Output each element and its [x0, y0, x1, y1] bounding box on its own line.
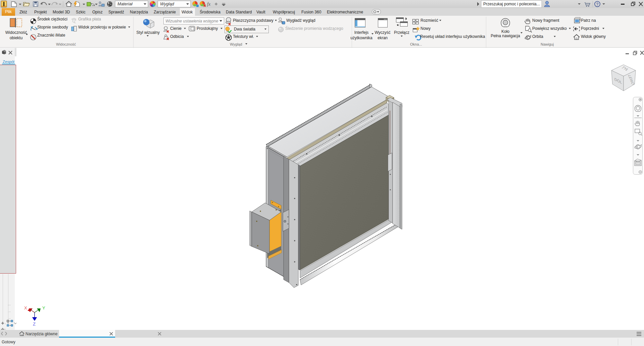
svg-text:Wygląd: Wygląd	[160, 2, 175, 6]
svg-text:fx: fx	[207, 2, 211, 7]
svg-text:Z: Z	[33, 322, 36, 327]
svg-text:Przeszukaj pomoc i polecenia..: Przeszukaj pomoc i polecenia...	[483, 2, 540, 6]
svg-text:Materiał: Materiał	[117, 2, 133, 6]
svg-text:Y: Y	[42, 305, 45, 310]
svg-text:Wizualne ustawienia wstępne: Wizualne ustawienia wstępne	[165, 19, 218, 23]
svg-text:?: ?	[596, 2, 599, 7]
svg-text:X: X	[24, 305, 27, 310]
